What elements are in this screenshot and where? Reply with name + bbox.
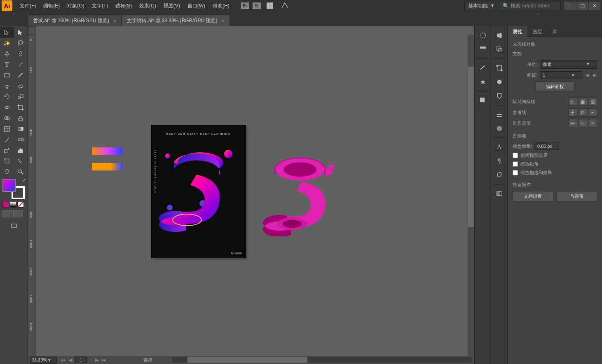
next-artboard-icon[interactable]: ▶ [592,72,597,78]
prev-page-icon[interactable]: ◀ [68,357,73,363]
free-transform-tool[interactable] [14,102,28,113]
vertical-scrollbar[interactable] [468,35,474,356]
vertical-ruler[interactable]: 0 200 400 600 800 1000 1200 1400 1600 [28,35,36,356]
hand-tool[interactable] [0,166,14,177]
perspective-tool[interactable] [14,113,28,124]
screen-mode-button[interactable] [0,221,28,231]
selection-tool[interactable] [0,27,14,38]
canvas[interactable]: KEEP CURIOSITY KEEP LEARNING 21136 in Ja… [36,35,468,356]
shaper-tool[interactable] [0,81,14,91]
stock-icon[interactable]: St [253,2,261,9]
edit-artboards-button[interactable]: 编辑画板 [536,82,574,92]
symbol-sprayer-tool[interactable] [0,145,14,156]
horizontal-scrollbar[interactable] [172,357,473,363]
mesh-tool[interactable] [0,124,14,134]
scale-strokes-checkbox[interactable]: 缩放描边和效果 [513,170,597,176]
slice-tool[interactable] [14,156,28,166]
maximize-button[interactable]: ▢ [576,2,588,10]
panel-collapse-icon[interactable]: » [474,12,602,16]
document-setup-button[interactable]: 文档设置 [513,191,553,201]
menu-window[interactable]: 窗口(W) [184,1,208,11]
character-panel-icon[interactable]: A [494,141,505,153]
fill-swatch[interactable] [2,179,16,192]
units-select[interactable]: 像素▾ [540,60,597,69]
swap-fill-stroke-icon[interactable]: ⤢ [22,178,26,182]
shape-builder-tool[interactable] [0,113,14,124]
gpu-icon[interactable] [279,0,290,12]
pathfinder-panel-icon[interactable] [494,44,505,55]
curvature-tool[interactable] [14,49,28,59]
fill-stroke-indicator[interactable]: ⤢ [2,179,25,199]
draw-mode-behind[interactable] [13,210,23,217]
opentype-panel-icon[interactable]: O [494,169,505,181]
ruler-origin[interactable] [28,26,36,35]
first-page-icon[interactable]: ⏮ [60,357,66,362]
paragraph-panel-icon[interactable]: ¶ [494,155,505,167]
tab-layers[interactable]: 图层 [527,26,547,37]
scale-corners-checkbox[interactable]: 缩放边角 [513,161,597,167]
type-tool[interactable]: T [0,59,14,70]
direct-selection-tool[interactable] [14,27,28,38]
align-panel-icon[interactable] [494,30,505,41]
grid-toggle-icon[interactable]: ▦ [578,98,587,106]
rotate-tool[interactable] [0,91,14,102]
draw-mode-normal[interactable] [2,210,12,217]
workspace-selector[interactable]: 基本功能 ▾ [464,1,496,11]
page-dropdown-icon[interactable]: ▾ [89,357,93,363]
close-button[interactable]: ✕ [589,2,600,10]
none-swatch[interactable] [17,202,24,208]
stroke-panel-icon[interactable] [494,109,505,120]
scrollbar-thumb[interactable] [187,357,307,363]
prev-artboard-icon[interactable]: ◀ [585,72,590,78]
line-tool[interactable] [14,59,28,70]
search-stock[interactable]: 🔍 搜索 Adobe Stock [499,1,561,11]
align-to-icon[interactable]: ⊫ [588,119,597,127]
doc-tab-2[interactable]: 文字绕转.ai* @ 33.33% (RGB/GPU 预览)× [122,15,230,26]
page-number-input[interactable]: 1 [75,357,87,363]
transform-panel-icon[interactable] [494,62,505,74]
snap-pixel-icon[interactable]: ⊩ [578,119,587,127]
smart-guides-icon[interactable]: ⫟ [588,108,597,117]
color-swatch[interactable] [2,202,9,208]
magic-wand-tool[interactable]: ✨ [0,38,14,49]
artboard-select[interactable]: 1▾ [540,71,582,79]
pen-tool[interactable] [0,49,14,59]
menu-edit[interactable]: 编辑(E) [40,1,63,11]
next-page-icon[interactable]: ▶ [94,357,99,363]
eyedropper-tool[interactable] [0,134,14,145]
gradient-swatch[interactable] [10,202,16,208]
menu-object[interactable]: 对象(O) [64,1,87,11]
ruler-toggle-icon[interactable]: ⊏ [568,98,577,106]
rectangle-tool[interactable] [0,70,14,81]
symbols-panel-icon[interactable] [477,76,489,88]
minimize-button[interactable]: — [564,2,576,10]
brushes-panel-icon[interactable] [477,62,489,74]
graph-tool[interactable] [14,145,28,156]
snap-grid-icon[interactable]: ▨ [588,98,597,106]
lock-guides-icon[interactable]: ⫛ [578,108,587,117]
key-increment-input[interactable] [534,142,559,150]
tab-properties[interactable]: 属性 [508,26,527,37]
lasso-tool[interactable] [14,38,28,49]
bridge-icon[interactable]: Br [241,2,249,9]
last-page-icon[interactable]: ⏭ [101,357,107,362]
transparency-panel-icon[interactable] [494,188,505,199]
blend-tool[interactable] [14,134,28,145]
menu-effect[interactable]: 效果(C) [136,1,159,11]
eraser-tool[interactable] [14,81,28,91]
artwork-3d-text-pink[interactable] [259,150,345,236]
artboard[interactable]: KEEP CURIOSITY KEEP LEARNING 21136 in Ja… [152,125,246,258]
scrollbar-thumb[interactable] [468,67,474,227]
color-guide-icon[interactable] [477,44,489,55]
snap-point-icon[interactable]: ↦ [568,119,577,127]
artboard-tool[interactable] [0,156,14,166]
guides-toggle-icon[interactable]: ┼ [568,108,577,117]
zoom-select[interactable]: 33.33% ▾ [30,357,57,364]
zoom-tool[interactable] [14,166,28,177]
swatches-panel-icon[interactable] [477,95,489,106]
doc-tab-1[interactable]: 尝试.ai* @ 100% (RGB/GPU 预览)× [28,15,121,26]
preferences-button[interactable]: 首选项 [557,191,597,201]
tab-close-icon[interactable]: × [221,18,225,23]
color-panel-icon[interactable] [477,30,489,41]
menu-view[interactable]: 视图(V) [160,1,183,11]
